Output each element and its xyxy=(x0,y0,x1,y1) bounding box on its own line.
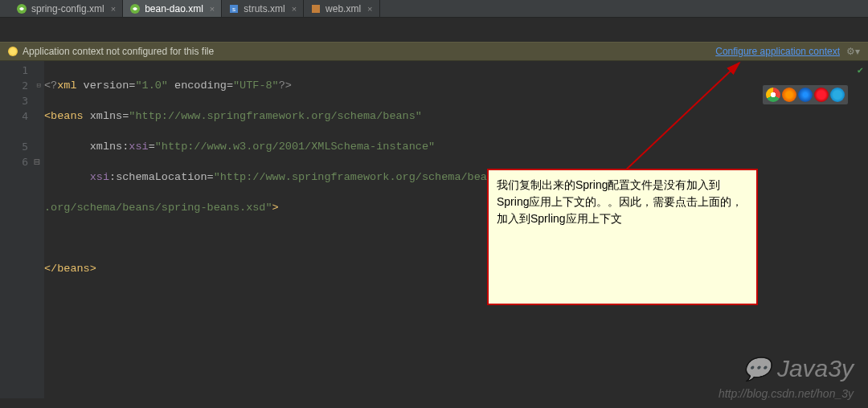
banner-message: Application context not configured for t… xyxy=(23,46,214,57)
line-number: 3 xyxy=(0,93,28,108)
editor-tabs: spring-config.xml × bean-dao.xml × s str… xyxy=(0,0,868,18)
browser-preview-icons xyxy=(763,85,848,104)
spacer xyxy=(0,18,868,42)
chrome-icon[interactable] xyxy=(766,88,780,102)
notification-banner: Application context not configured for t… xyxy=(0,42,868,61)
gutter: 1 2 3 4 5 6 ⊟ ⊟ xyxy=(0,61,44,398)
tab-struts[interactable]: s struts.xml × xyxy=(222,0,304,17)
lightbulb-icon xyxy=(8,47,18,56)
tab-spring-config[interactable]: spring-config.xml × xyxy=(10,0,123,17)
tab-web-xml[interactable]: web.xml × xyxy=(304,0,379,17)
spring-icon xyxy=(129,3,141,14)
annotation-callout: 我们复制出来的Spring配置文件是没有加入到Spring应用上下文的。。因此，… xyxy=(487,169,758,305)
ie-icon[interactable] xyxy=(830,88,845,102)
svg-text:s: s xyxy=(232,6,235,13)
firefox-icon[interactable] xyxy=(782,88,796,102)
configure-context-link[interactable]: Configure application context xyxy=(715,46,840,57)
spring-icon xyxy=(16,3,27,14)
line-number: 1 xyxy=(0,63,28,78)
tab-label: bean-dao.xml xyxy=(145,3,203,14)
tab-label: struts.xml xyxy=(244,3,285,14)
svg-rect-4 xyxy=(312,5,320,13)
close-icon[interactable]: × xyxy=(367,4,372,14)
gear-icon[interactable]: ⚙▾ xyxy=(846,46,860,57)
tab-label: spring-config.xml xyxy=(31,3,104,14)
tab-label: web.xml xyxy=(326,3,361,14)
safari-icon[interactable] xyxy=(798,88,813,102)
close-icon[interactable]: × xyxy=(210,4,215,14)
line-number: 5 xyxy=(0,139,28,154)
opera-icon[interactable] xyxy=(814,88,829,102)
callout-text: 我们复制出来的Spring配置文件是没有加入到Spring应用上下文的。。因此，… xyxy=(497,178,743,225)
struts-icon: s xyxy=(228,3,240,14)
line-number xyxy=(0,124,28,139)
close-icon[interactable]: × xyxy=(111,4,116,14)
fold-icon[interactable]: ⊟ xyxy=(37,78,41,93)
fold-end-icon[interactable]: ⊟ xyxy=(34,154,40,169)
line-number: 2 xyxy=(0,78,28,93)
status-ok-icon: ✔ xyxy=(858,63,863,79)
xml-icon xyxy=(310,3,321,14)
line-number: 4 xyxy=(0,108,28,124)
tab-bean-dao[interactable]: bean-dao.xml × xyxy=(123,0,222,17)
line-number: 6 xyxy=(0,154,28,169)
close-icon[interactable]: × xyxy=(292,4,297,14)
